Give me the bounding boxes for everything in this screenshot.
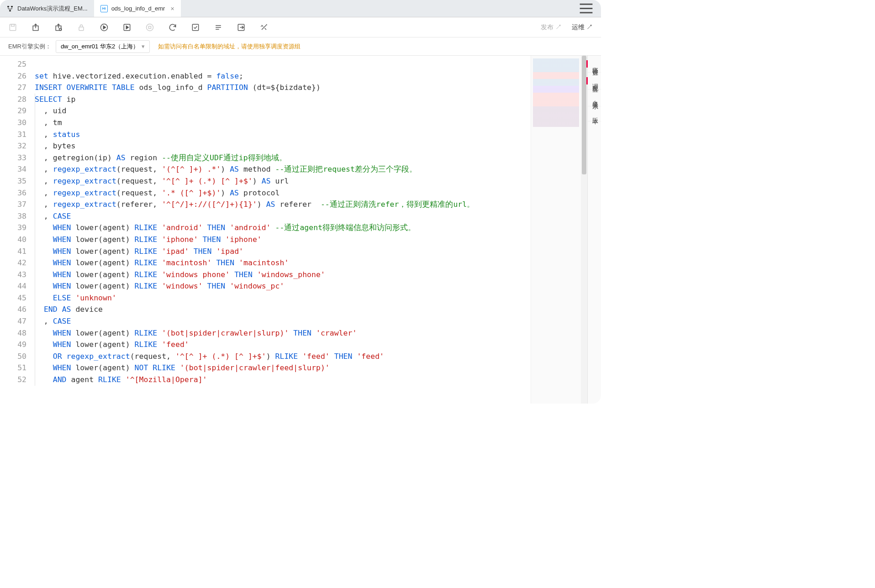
minimap[interactable] xyxy=(531,56,581,404)
code-line[interactable]: , status xyxy=(35,129,531,141)
code-line[interactable]: WHEN lower(agent) RLIKE 'feed' xyxy=(35,339,531,351)
check-icon[interactable] xyxy=(191,23,200,32)
code-line[interactable]: SELECT ip xyxy=(35,94,531,105)
menu-icon[interactable] xyxy=(571,0,601,17)
engine-notice: 如需访问有白名单限制的域址，请使用独享调度资源组 xyxy=(158,42,300,51)
code-line[interactable]: , tm xyxy=(35,117,531,129)
code-line[interactable]: WHEN lower(agent) RLIKE 'android' THEN '… xyxy=(35,222,531,234)
code-line[interactable]: set hive.vectorized.execution.enabled = … xyxy=(35,70,531,82)
line-gutter: 2526272829303132333435363738394041424344… xyxy=(0,56,35,404)
code-line[interactable]: , CASE xyxy=(35,210,531,222)
scrollbar-thumb[interactable] xyxy=(582,56,586,174)
svg-rect-2 xyxy=(9,10,11,11)
run-icon[interactable] xyxy=(100,23,109,32)
hive-icon: Hi xyxy=(100,5,108,12)
tab-label: ods_log_info_d_emr xyxy=(111,5,165,12)
engine-label: EMR引擎实例： xyxy=(8,42,51,51)
export-icon[interactable] xyxy=(237,23,246,32)
side-tab-0[interactable]: 高级设置 xyxy=(588,56,601,73)
code-line[interactable]: , CASE xyxy=(35,315,531,327)
code-line[interactable]: , uid xyxy=(35,105,531,117)
code-line[interactable]: WHEN lower(agent) RLIKE 'iphone' THEN 'i… xyxy=(35,234,531,246)
stop-icon[interactable] xyxy=(145,23,154,32)
svg-rect-16 xyxy=(192,24,198,30)
side-tab-2[interactable]: 血缘关系 xyxy=(588,89,601,106)
run-selection-icon[interactable] xyxy=(122,23,132,32)
format-icon[interactable] xyxy=(214,23,223,32)
code-line[interactable]: ELSE 'unknown' xyxy=(35,292,531,304)
svg-point-10 xyxy=(59,28,62,30)
svg-rect-15 xyxy=(149,26,151,28)
code-line[interactable]: END AS device xyxy=(35,304,531,315)
side-tab-3[interactable]: 版本 xyxy=(588,106,601,121)
save-icon[interactable] xyxy=(8,23,17,32)
svg-rect-0 xyxy=(7,6,9,7)
code-line[interactable]: , regexp_extract(referer, '^[^/]+://([^/… xyxy=(35,199,531,210)
tab-1[interactable]: Hiods_log_info_d_emr× xyxy=(94,0,181,17)
close-icon[interactable]: × xyxy=(170,5,174,12)
svg-rect-6 xyxy=(10,24,16,30)
toolbar: 发布 ↗ 运维 ↗ xyxy=(0,17,601,37)
tab-label: DataWorks演示流程_EM... xyxy=(17,5,88,13)
lock-icon[interactable] xyxy=(77,23,86,32)
svg-rect-7 xyxy=(11,24,15,26)
code-line[interactable]: WHEN lower(agent) RLIKE 'macintosh' THEN… xyxy=(35,257,531,269)
code-line[interactable]: , bytes xyxy=(35,140,531,152)
code-line[interactable]: WHEN lower(agent) RLIKE 'windows phone' … xyxy=(35,269,531,281)
publish-link[interactable]: 发布 ↗ xyxy=(541,23,562,31)
code-line[interactable]: WHEN lower(agent) RLIKE 'windows' THEN '… xyxy=(35,280,531,292)
tab-0[interactable]: DataWorks演示流程_EM... xyxy=(0,0,94,17)
code-line[interactable]: , regexp_extract(request, '(^[^ ]+) .*')… xyxy=(35,163,531,175)
submit-unlock-icon[interactable] xyxy=(54,23,63,32)
engine-bar: EMR引擎实例： dw_on_emr01 华东2（上海） ▾ 如需访问有白名单限… xyxy=(0,37,601,56)
code-line[interactable]: WHEN lower(agent) RLIKE '(bot|spider|cra… xyxy=(35,327,531,339)
code-line[interactable]: , getregion(ip) AS region --使用自定义UDF通过ip… xyxy=(35,152,531,164)
code-line[interactable]: WHEN lower(agent) RLIKE 'ipad' THEN 'ipa… xyxy=(35,246,531,257)
reload-icon[interactable] xyxy=(168,23,177,32)
svg-rect-11 xyxy=(79,27,84,30)
side-panel: 高级设置调度配置血缘关系版本 xyxy=(587,56,601,404)
scrollbar[interactable] xyxy=(581,56,587,404)
code-line[interactable]: , regexp_extract(request, '^[^ ]+ (.*) [… xyxy=(35,175,531,187)
side-tab-1[interactable]: 调度配置 xyxy=(588,73,601,89)
tabs-bar: DataWorks演示流程_EM...Hiods_log_info_d_emr× xyxy=(0,0,601,17)
chevron-down-icon: ▾ xyxy=(142,43,145,50)
main-area: 2526272829303132333435363738394041424344… xyxy=(0,56,601,404)
code-editor[interactable]: 2526272829303132333435363738394041424344… xyxy=(0,56,587,404)
flow-icon xyxy=(6,5,14,12)
svg-point-14 xyxy=(147,24,153,31)
engine-select[interactable]: dw_on_emr01 华东2（上海） ▾ xyxy=(56,40,150,53)
code-area[interactable]: set hive.vectorized.execution.enabled = … xyxy=(35,56,531,404)
ops-link[interactable]: 运维 ↗ xyxy=(572,23,593,31)
code-line[interactable]: INSERT OVERWRITE TABLE ods_log_info_d PA… xyxy=(35,82,531,94)
tools-icon[interactable] xyxy=(259,23,269,32)
code-line[interactable]: , regexp_extract(request, '.* ([^ ]+$)')… xyxy=(35,187,531,199)
code-line[interactable]: WHEN lower(agent) NOT RLIKE '(bot|spider… xyxy=(35,362,531,374)
engine-value: dw_on_emr01 华东2（上海） xyxy=(61,42,139,51)
code-line[interactable] xyxy=(35,58,531,70)
submit-icon[interactable] xyxy=(31,23,40,32)
svg-rect-1 xyxy=(11,6,13,7)
code-line[interactable]: OR regexp_extract(request, '^[^ ]+ (.*) … xyxy=(35,351,531,362)
code-line[interactable]: AND agent RLIKE '^[Mozilla|Opera]' xyxy=(35,374,531,386)
